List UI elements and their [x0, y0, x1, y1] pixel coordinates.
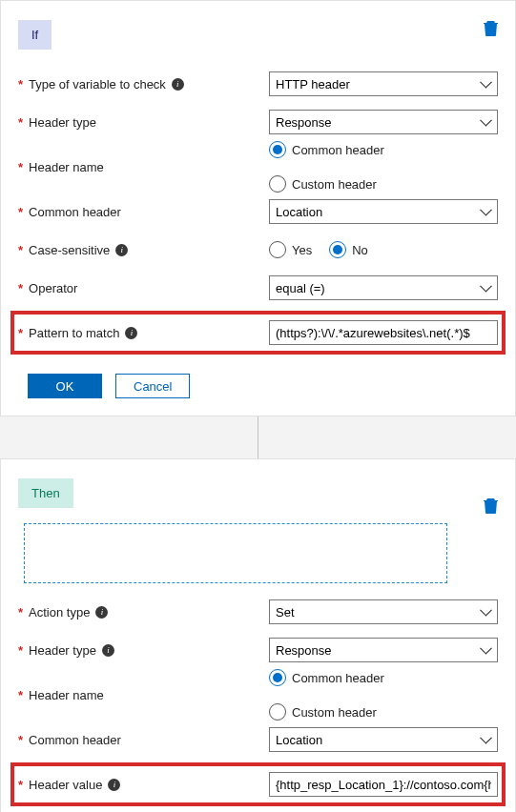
radio-icon [269, 669, 286, 686]
common-header-label: Common header [29, 733, 121, 747]
header-type-select-if[interactable]: Response [269, 110, 498, 134]
common-header-label: Common header [29, 205, 121, 219]
radio-label: Custom header [292, 705, 377, 720]
row-header-name-then: * Header name Common header Custom heade… [18, 669, 498, 721]
row-header-type-if: * Header type Response [18, 103, 498, 141]
radio-label: No [352, 243, 368, 257]
header-name-label: Header name [29, 160, 104, 174]
if-buttons: OK Cancel [18, 374, 498, 398]
dropzone[interactable] [24, 523, 447, 583]
common-header-select-then[interactable]: Location [269, 727, 498, 752]
delete-icon[interactable] [484, 20, 498, 36]
delete-icon[interactable] [484, 497, 498, 514]
row-action-type: * Action type i Set [18, 593, 498, 631]
case-sensitive-label: Case-sensitive [29, 243, 110, 257]
radio-icon [269, 703, 286, 721]
then-tag: Then [18, 478, 73, 508]
header-type-label: Header type [29, 115, 96, 130]
row-operator: * Operator equal (=) [18, 269, 498, 307]
radio-case-no[interactable]: No [329, 241, 368, 258]
pattern-label: Pattern to match [29, 326, 119, 340]
required-star: * [18, 778, 23, 792]
radio-icon [269, 175, 286, 193]
row-common-header-if: * Common header Location [18, 193, 498, 231]
pattern-input[interactable] [269, 320, 498, 345]
radio-custom-header-if[interactable]: Custom header [269, 175, 377, 193]
row-case-sensitive: * Case-sensitive i Yes No [18, 231, 498, 269]
highlight-pattern-row: * Pattern to match i [10, 311, 506, 355]
header-value-label: Header value [29, 778, 102, 792]
required-star: * [18, 205, 23, 219]
required-star: * [18, 326, 23, 340]
info-icon[interactable]: i [102, 644, 114, 657]
required-star: * [18, 643, 23, 658]
common-header-select-if[interactable]: Location [269, 199, 498, 224]
header-value-input[interactable] [269, 772, 498, 797]
var-check-label: Type of variable to check [29, 77, 166, 91]
info-icon[interactable]: i [108, 779, 120, 791]
row-var-check: * Type of variable to check i HTTP heade… [18, 65, 498, 103]
required-star: * [18, 605, 23, 619]
required-star: * [18, 281, 23, 295]
radio-case-yes[interactable]: Yes [269, 241, 312, 258]
radio-icon [269, 241, 286, 258]
required-star: * [18, 115, 23, 130]
operator-select[interactable]: equal (=) [269, 275, 498, 300]
cancel-button[interactable]: Cancel [115, 374, 190, 398]
if-condition-card: If * Type of variable to check i HTTP he… [0, 0, 516, 416]
ok-button[interactable]: OK [28, 374, 102, 398]
required-star: * [18, 688, 23, 702]
info-icon[interactable]: i [115, 244, 128, 256]
var-check-select[interactable]: HTTP header [269, 71, 498, 96]
radio-label: Yes [292, 243, 312, 257]
radio-common-header-if[interactable]: Common header [269, 141, 384, 158]
action-type-select[interactable]: Set [269, 599, 498, 624]
row-header-type-then: * Header type i Response [18, 631, 498, 669]
header-type-label: Header type [29, 643, 96, 658]
then-action-card: Then * Action type i Set * Header type i… [0, 458, 516, 812]
radio-custom-header-then[interactable]: Custom header [269, 703, 377, 721]
header-name-label: Header name [29, 688, 104, 702]
required-star: * [18, 733, 23, 747]
radio-label: Custom header [292, 177, 377, 192]
required-star: * [18, 160, 23, 174]
required-star: * [18, 243, 23, 257]
radio-common-header-then[interactable]: Common header [269, 669, 384, 686]
info-icon[interactable]: i [172, 78, 184, 91]
action-type-label: Action type [29, 605, 90, 619]
connector-line [258, 416, 258, 458]
if-tag: If [18, 20, 52, 50]
info-icon[interactable]: i [125, 327, 137, 339]
radio-icon [329, 241, 346, 258]
required-star: * [18, 77, 23, 91]
row-common-header-then: * Common header Location [18, 721, 498, 759]
highlight-header-value-row: * Header value i [10, 762, 506, 806]
row-header-name-if: * Header name Common header Custom heade… [18, 141, 498, 193]
radio-label: Common header [292, 671, 384, 685]
operator-label: Operator [29, 281, 77, 295]
info-icon[interactable]: i [95, 606, 108, 619]
radio-icon [269, 141, 286, 158]
header-type-select-then[interactable]: Response [269, 638, 498, 662]
radio-label: Common header [292, 143, 384, 157]
